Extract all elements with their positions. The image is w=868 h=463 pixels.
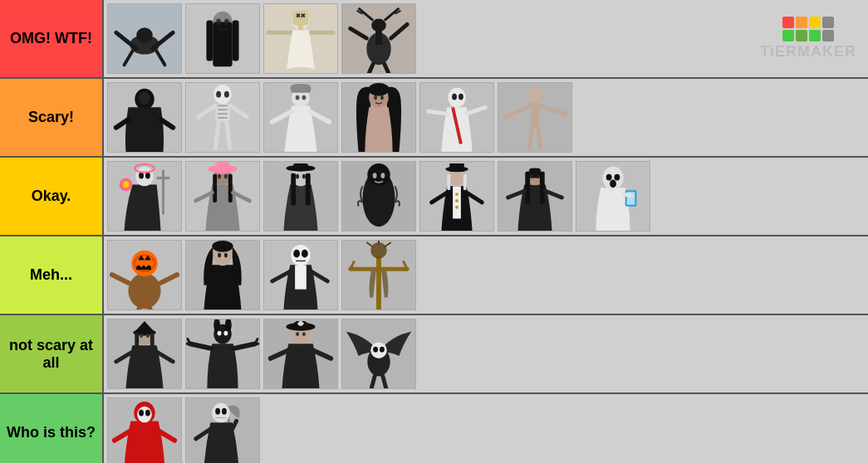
svg-point-72 (527, 86, 542, 103)
svg-point-219 (212, 403, 230, 422)
svg-rect-123 (525, 172, 530, 204)
svg-point-201 (296, 332, 299, 336)
svg-rect-174 (135, 333, 139, 357)
tier-item-phone-ghost[interactable] (576, 161, 650, 232)
tier-row-c: Meh... (0, 236, 868, 315)
svg-point-26 (371, 19, 386, 32)
svg-point-67 (452, 94, 457, 100)
svg-rect-101 (291, 173, 296, 206)
svg-point-94 (224, 174, 228, 179)
svg-rect-154 (295, 265, 306, 289)
tier-item-scarecrow[interactable] (263, 3, 338, 74)
tier-item-white-dress[interactable] (263, 82, 338, 153)
tier-list: OMG! WTF! (0, 0, 868, 463)
svg-rect-115 (463, 174, 467, 191)
tier-item-dark-hooded[interactable] (107, 82, 182, 153)
svg-point-116 (455, 193, 459, 196)
tier-item-witch[interactable] (107, 319, 182, 389)
tier-item-black-hat-ghost[interactable] (263, 161, 338, 232)
svg-rect-44 (215, 104, 230, 122)
svg-point-152 (224, 253, 228, 258)
svg-point-108 (373, 173, 377, 178)
tier-item-top-hat[interactable] (419, 161, 494, 232)
svg-point-179 (146, 334, 150, 338)
tier-label-d: not scary at all (0, 315, 104, 392)
svg-point-83 (123, 181, 130, 188)
svg-point-39 (139, 92, 150, 105)
svg-point-141 (131, 251, 157, 276)
svg-point-207 (380, 347, 385, 353)
tiermaker-logo-grid (782, 17, 834, 41)
svg-point-205 (370, 342, 387, 358)
svg-point-4 (136, 27, 153, 42)
tier-label-c: Meh... (0, 236, 104, 314)
tiermaker-logo-text: TiERMAKER (760, 43, 856, 61)
svg-point-132 (606, 174, 612, 181)
tier-content-a (104, 79, 868, 156)
tier-item-captain[interactable] (263, 319, 338, 389)
svg-point-62 (374, 95, 377, 100)
tier-item-scarecrow2[interactable] (341, 240, 416, 310)
tier-label-b: Okay. (0, 158, 104, 235)
tier-item-grim-reaper-small[interactable] (185, 397, 260, 463)
tier-item-mime[interactable] (263, 240, 338, 310)
svg-point-81 (145, 173, 150, 179)
svg-point-150 (212, 241, 233, 252)
tier-item-bat-creature[interactable] (341, 319, 416, 389)
tier-item-long-hair[interactable] (185, 3, 260, 74)
svg-line-69 (429, 111, 447, 114)
tier-content-b (104, 158, 868, 235)
svg-rect-114 (447, 174, 450, 191)
svg-point-42 (216, 91, 221, 98)
tier-item-skeleton[interactable] (185, 82, 260, 153)
tier-item-bare-humanoid[interactable] (498, 82, 572, 153)
svg-point-61 (368, 83, 389, 96)
svg-point-221 (222, 408, 227, 415)
svg-rect-175 (150, 333, 154, 357)
tier-item-reaper-flower[interactable] (107, 161, 182, 232)
svg-rect-22 (298, 22, 303, 30)
tier-row-s: OMG! WTF! (0, 0, 868, 79)
svg-point-127 (537, 174, 540, 178)
tier-item-crawler[interactable] (107, 3, 182, 74)
tier-item-red-hood[interactable] (107, 397, 182, 463)
tier-item-pink-hat[interactable] (185, 161, 260, 232)
tier-item-dark-shaggy[interactable] (341, 161, 416, 232)
svg-rect-100 (293, 163, 308, 171)
tier-item-long-dark-hair[interactable] (341, 82, 416, 153)
tier-item-dark-bunny[interactable] (185, 319, 260, 389)
tier-item-pumpkin-head[interactable] (107, 240, 182, 310)
svg-rect-113 (449, 163, 464, 172)
svg-point-206 (373, 347, 378, 353)
svg-point-43 (224, 91, 229, 98)
svg-point-63 (380, 95, 384, 100)
svg-point-104 (302, 174, 306, 179)
svg-line-137 (624, 194, 632, 196)
svg-rect-91 (213, 174, 217, 202)
tier-label-e: Who is this? (0, 394, 104, 463)
svg-point-190 (218, 331, 222, 336)
tier-item-long-black-hair-stand[interactable] (185, 240, 260, 310)
svg-point-80 (139, 173, 144, 179)
tier-content-e (104, 394, 868, 463)
svg-line-146 (139, 305, 140, 309)
svg-point-103 (296, 174, 299, 179)
tier-label-s: OMG! WTF! (0, 0, 104, 77)
tier-item-masked[interactable] (419, 82, 494, 153)
svg-rect-92 (228, 174, 233, 202)
svg-point-57 (296, 95, 300, 100)
svg-point-134 (610, 179, 616, 188)
svg-point-68 (459, 94, 463, 100)
svg-point-220 (215, 408, 220, 415)
tier-item-deer[interactable] (341, 3, 416, 74)
tier-content-c (104, 236, 868, 314)
svg-point-79 (135, 167, 154, 186)
svg-rect-124 (540, 172, 545, 204)
svg-rect-11 (233, 21, 239, 61)
svg-point-93 (218, 174, 221, 179)
tier-item-dark-lady[interactable] (498, 161, 572, 232)
svg-point-151 (218, 253, 221, 258)
svg-rect-162 (376, 257, 381, 310)
tier-row-a: Scary! (0, 79, 868, 158)
tier-row-b: Okay. (0, 158, 868, 236)
